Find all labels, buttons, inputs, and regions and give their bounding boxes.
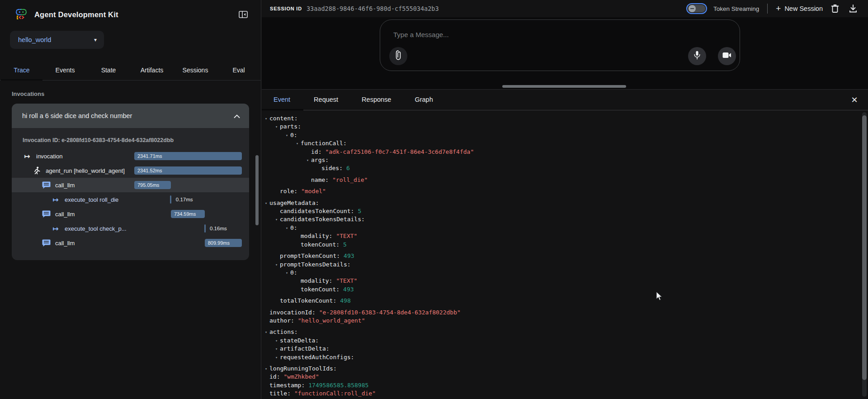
json-key: actions: (269, 328, 298, 336)
paperclip-icon (396, 50, 401, 62)
json-key: candidatesTokenCount: (280, 207, 354, 215)
json-tree-line: ▾author:"hello_world_agent" (263, 317, 868, 325)
json-tree-line: ▾0: (263, 131, 868, 139)
chat-bubble-icon (42, 180, 51, 190)
json-key: 0: (290, 224, 297, 232)
expand-collapse-arrow-icon[interactable]: ▾ (294, 139, 301, 147)
expand-collapse-arrow-icon[interactable]: ▾ (263, 365, 269, 373)
json-key: id: (269, 373, 280, 381)
trace-span-label: call_llm (23, 209, 134, 218)
expand-collapse-arrow-icon[interactable]: ▾ (304, 156, 311, 164)
trace-span-name: invocation (36, 153, 63, 160)
trace-span-label: ↦invocation (23, 152, 134, 161)
trace-row[interactable]: agent_run [hello_world_agent]2341.52ms (12, 163, 249, 178)
json-key: tokenCount: (301, 285, 340, 294)
agent-run-icon (32, 166, 41, 175)
divider (767, 4, 768, 14)
trace-row[interactable]: call_llm809.99ms (12, 236, 249, 250)
sidebar-tab-state[interactable]: State (87, 61, 130, 80)
message-input-box[interactable]: Type a Message... (380, 19, 740, 71)
json-value: 6 (346, 164, 350, 172)
main-panel: SESSION ID 33aad288-9846-46f6-980d-cf555… (262, 0, 868, 399)
chat-bubble-icon (42, 209, 51, 218)
expand-collapse-arrow-icon[interactable]: ▾ (273, 123, 280, 131)
json-value: "adk-caf25106-f0c7-451f-86e4-3c6d7e8f4fd… (325, 148, 474, 156)
sidebar-tab-events[interactable]: Events (43, 61, 87, 80)
expand-collapse-arrow-icon[interactable]: ▾ (283, 131, 290, 139)
json-value: "hello_world_agent" (298, 317, 365, 325)
trace-span-name: call_llm (55, 211, 75, 218)
trace-timeline: 809.99ms (134, 239, 242, 247)
json-tree-line: ▾parts: (263, 123, 868, 131)
json-value: 5 (358, 207, 361, 215)
trace-row[interactable]: ↦execute_tool check_p...0.16ms (12, 221, 249, 236)
expand-collapse-arrow-icon[interactable]: ▾ (273, 345, 280, 353)
sidebar-header: Agent Development Kit (0, 0, 261, 26)
vertical-scrollbar-track[interactable] (862, 112, 867, 397)
microphone-button[interactable] (688, 47, 706, 65)
json-key: timestamp: (269, 381, 305, 390)
close-icon[interactable]: ✕ (848, 94, 861, 106)
expand-collapse-arrow-icon[interactable]: ▾ (273, 215, 280, 223)
trace-row[interactable]: call_llm734.59ms (12, 207, 249, 221)
horizontal-scrollbar[interactable] (502, 85, 626, 88)
json-key: id: (311, 148, 321, 156)
trace-span-label: call_llm (23, 238, 134, 247)
collapse-sidebar-icon[interactable] (237, 9, 249, 20)
json-tree-line: ▾candidatesTokensDetails: (263, 215, 868, 223)
json-key: 0: (290, 131, 297, 139)
minus-icon (690, 8, 694, 9)
json-key: modality: (301, 277, 332, 285)
json-tree-line: ▾args: (263, 156, 868, 164)
expand-collapse-arrow-icon[interactable]: ▾ (283, 269, 290, 277)
sidebar-tab-eval[interactable]: Eval (217, 61, 260, 80)
token-streaming-toggle[interactable] (686, 3, 707, 14)
attach-file-button[interactable] (389, 47, 407, 65)
json-key: functionCall: (301, 139, 347, 147)
chat-bubble-icon (42, 238, 51, 247)
main-header: SESSION ID 33aad288-9846-46f6-980d-cf555… (262, 0, 868, 17)
json-tree-line: ▾tokenCount:493 (263, 285, 868, 294)
detail-tab-event[interactable]: Event (262, 90, 302, 110)
json-key: longRunningToolIds: (269, 365, 337, 373)
sidebar-tab-artifacts[interactable]: Artifacts (130, 61, 174, 80)
json-key: stateDelta: (280, 337, 319, 345)
chevron-up-icon[interactable] (234, 112, 240, 119)
json-tree-line: ▾sides:6 (263, 164, 868, 172)
trace-row[interactable]: call_llm795.05ms (12, 178, 249, 192)
expand-collapse-arrow-icon[interactable]: ▾ (263, 114, 269, 123)
download-session-icon[interactable] (847, 3, 859, 14)
expand-collapse-arrow-icon[interactable]: ▾ (273, 353, 280, 361)
video-button[interactable] (718, 47, 736, 65)
agent-selector-dropdown[interactable]: hello_world ▾ (10, 31, 104, 49)
json-key: title: (269, 390, 291, 398)
expand-collapse-arrow-icon[interactable]: ▾ (263, 328, 269, 336)
delete-session-icon[interactable] (829, 3, 841, 14)
detail-tab-graph[interactable]: Graph (403, 90, 444, 110)
new-session-button[interactable]: + New Session (776, 5, 823, 12)
trace-span-name: call_llm (55, 182, 75, 189)
expand-collapse-arrow-icon[interactable]: ▾ (283, 224, 290, 232)
json-key: name: (311, 176, 329, 184)
detail-tab-response[interactable]: Response (350, 90, 403, 110)
expand-collapse-arrow-icon[interactable]: ▾ (273, 337, 280, 345)
json-key: tokenCount: (301, 241, 340, 249)
trace-span-name: execute_tool roll_die (65, 196, 118, 203)
trace-duration-bar (204, 224, 206, 233)
invocation-card-header[interactable]: hi roll a 6 side dice and check number (12, 104, 249, 128)
sidebar-tab-sessions[interactable]: Sessions (174, 61, 217, 80)
expand-collapse-arrow-icon[interactable]: ▾ (263, 199, 269, 207)
invocation-id: Invocation ID: e-2808fd10-6383-4754-8de4… (23, 137, 242, 143)
trace-row[interactable]: ↦execute_tool roll_die0.17ms (12, 192, 249, 207)
toggle-knob (689, 5, 696, 12)
sidebar-scrollbar[interactable] (255, 155, 259, 225)
trace-timeline: 795.05ms (134, 181, 242, 189)
json-value: 493 (344, 252, 354, 260)
trace-row[interactable]: ↦invocation2341.71ms (12, 149, 249, 163)
detail-tab-request[interactable]: Request (302, 90, 350, 110)
sidebar-tab-trace[interactable]: Trace (0, 61, 43, 80)
json-tree-line: ▾title:"functionCall:roll_die" (263, 390, 868, 398)
vertical-scrollbar-thumb[interactable] (862, 115, 867, 380)
expand-collapse-arrow-icon[interactable]: ▾ (273, 261, 280, 269)
message-input-placeholder: Type a Message... (393, 31, 449, 38)
